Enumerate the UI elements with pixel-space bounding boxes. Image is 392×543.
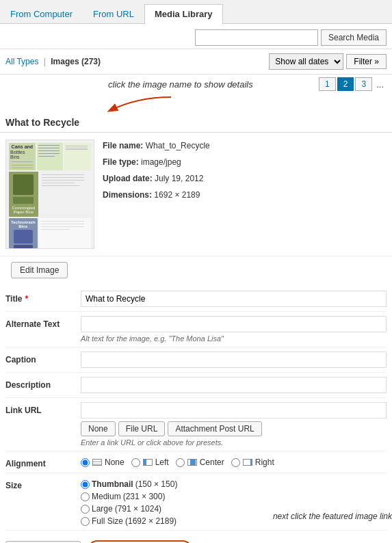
size-full-dims: (1692 × 2189) (125, 516, 177, 526)
tab-from-url[interactable]: From URL (83, 4, 144, 23)
size-large-label: Large (92, 504, 113, 514)
action-row: Insert into Post Use as featured image D… (0, 533, 392, 543)
alignment-row: Alignment None Left (5, 451, 387, 473)
description-input[interactable] (81, 377, 387, 393)
link-url-row: Link URL None File URL Attachment Post U… (5, 398, 387, 451)
tab-media-library[interactable]: Media Library (144, 4, 223, 24)
alt-text-field: Alt text for the image, e.g. "The Mona L… (81, 316, 387, 343)
link-url-field: None File URL Attachment Post URL Enter … (81, 402, 387, 447)
size-medium-label: Medium (92, 492, 121, 501)
page-1-button[interactable]: 1 (319, 77, 336, 91)
size-thumbnail-option[interactable]: Thumbnail (150 × 150) (81, 479, 387, 489)
required-star: * (25, 294, 28, 304)
dimensions-label: Dimensions: (103, 190, 152, 200)
alignment-field: None Left Center Rig (81, 455, 387, 467)
file-name-value: What_to_Recycle (146, 141, 210, 150)
align-center-icon (187, 458, 198, 466)
align-right-icon (242, 458, 253, 466)
selected-item-header: What to Recycle (0, 113, 392, 133)
search-input[interactable] (195, 29, 318, 46)
all-types-link[interactable]: All Types (5, 57, 38, 66)
align-right-radio[interactable] (231, 458, 240, 467)
size-thumbnail-dims: (150 × 150) (135, 479, 178, 489)
caption-input[interactable] (81, 352, 387, 368)
next-annotation-text: next click the featured image link (273, 512, 392, 521)
link-url-hint: Enter a link URL or click above for pres… (81, 438, 387, 447)
alt-text-hint: Alt text for the image, e.g. "The Mona L… (81, 334, 387, 343)
align-left-option[interactable]: Left (131, 458, 169, 467)
use-as-featured-image-button[interactable]: Use as featured image (88, 540, 192, 543)
alt-text-row: Alternate Text Alt text for the image, e… (5, 312, 387, 347)
size-full-label: Full Size (92, 516, 123, 526)
dimensions-value: 1692 × 2189 (154, 190, 200, 200)
size-thumbnail-label: Thumbnail (92, 479, 133, 489)
pagination: 1 2 3 ... (319, 77, 387, 91)
align-right-option[interactable]: Right (231, 458, 274, 467)
size-medium-radio[interactable] (81, 492, 90, 501)
title-row: Title* (5, 287, 387, 312)
size-label: Size (5, 477, 81, 490)
align-right-label: Right (255, 458, 274, 467)
alt-text-input[interactable] (81, 316, 387, 332)
description-row: Description (5, 373, 387, 398)
size-thumbnail-radio[interactable] (81, 480, 90, 489)
file-type-label: File type: (103, 157, 139, 167)
size-large-dims: (791 × 1024) (115, 504, 161, 514)
file-type-value: image/jpeg (141, 157, 181, 167)
images-filter-active[interactable]: Images (273) (51, 57, 101, 66)
tabs: From Computer From URL Media Library (0, 0, 392, 24)
search-button[interactable]: Search Media (321, 29, 387, 46)
description-field (81, 377, 387, 393)
dates-select[interactable]: Show all dates (269, 53, 343, 70)
caption-row: Caption (5, 347, 387, 373)
tooltip-arrow (96, 94, 178, 114)
align-left-icon (142, 458, 153, 466)
url-presets: None File URL Attachment Post URL (81, 421, 387, 436)
alignment-radio-group: None Left Center Rig (81, 455, 387, 467)
align-left-label: Left (155, 458, 169, 467)
preset-attachment-post-url-button[interactable]: Attachment Post URL (168, 421, 261, 436)
tooltip-row: click the image name to show details 1 2… (0, 75, 392, 94)
title-label: Title* (5, 291, 81, 304)
page-2-button[interactable]: 2 (337, 77, 354, 91)
edit-image-button[interactable]: Edit Image (11, 262, 68, 278)
filter-row: All Types | Images (273) Show all dates … (0, 49, 392, 75)
edit-image-area: Edit Image (0, 256, 392, 284)
align-none-option[interactable]: None (81, 458, 125, 467)
size-full-radio[interactable] (81, 517, 90, 526)
title-input[interactable] (81, 291, 387, 307)
image-detail-panel: Cans and Bottles Bins (0, 133, 392, 256)
align-center-label: Center (200, 458, 224, 467)
size-row: Size Thumbnail (150 × 150) Medium (231 ×… (5, 473, 387, 531)
caption-field (81, 352, 387, 368)
align-center-radio[interactable] (176, 458, 185, 467)
preset-none-button[interactable]: None (81, 421, 116, 436)
filter-button[interactable]: Filter » (346, 54, 387, 69)
image-thumbnail: Cans and Bottles Bins (5, 140, 94, 249)
alignment-label: Alignment (5, 455, 81, 468)
caption-label: Caption (5, 352, 81, 365)
image-metadata: File name: What_to_Recycle File type: im… (103, 140, 387, 249)
preset-file-url-button[interactable]: File URL (118, 421, 166, 436)
pagination-ellipsis: ... (374, 78, 387, 91)
page-3-button[interactable]: 3 (355, 77, 372, 91)
align-left-radio[interactable] (131, 458, 140, 467)
title-field (81, 291, 387, 307)
size-large-radio[interactable] (81, 505, 90, 514)
tab-from-computer[interactable]: From Computer (0, 4, 83, 23)
search-row: Search Media (0, 24, 392, 49)
align-none-icon (92, 458, 103, 466)
size-medium-option[interactable]: Medium (231 × 300) (81, 492, 387, 501)
arrow-area (0, 94, 392, 113)
align-none-radio[interactable] (81, 458, 90, 467)
type-separator: | (44, 57, 46, 66)
upload-date-value: July 19, 2012 (155, 174, 203, 183)
file-name-label: File name: (103, 141, 143, 150)
size-medium-dims: (231 × 300) (123, 492, 166, 501)
align-center-option[interactable]: Center (176, 458, 224, 467)
tooltip-text: click the image name to show details (108, 79, 253, 90)
type-filter: All Types | Images (273) (5, 57, 101, 66)
alt-text-label: Alternate Text (5, 316, 81, 329)
link-url-label: Link URL (5, 402, 81, 415)
link-url-input[interactable] (81, 402, 387, 419)
